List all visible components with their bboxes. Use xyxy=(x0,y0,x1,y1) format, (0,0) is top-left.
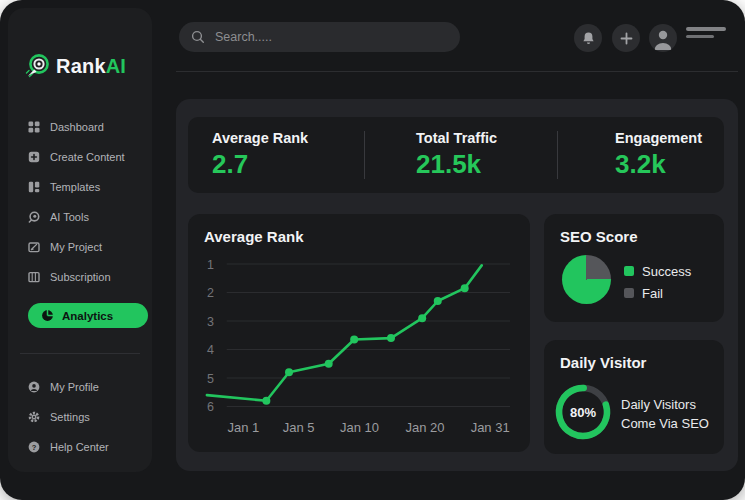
brand-logo: RankAI xyxy=(8,8,152,80)
header-divider xyxy=(176,71,738,72)
svg-text:3: 3 xyxy=(207,315,214,329)
stat-value: 21.5k xyxy=(416,149,557,180)
sidebar: RankAI Dashboard Create Content xyxy=(8,8,152,472)
stat-label: Average Rank xyxy=(212,130,364,146)
dashboard-icon xyxy=(28,121,40,133)
profile-button[interactable] xyxy=(649,24,677,52)
stat-value: 2.7 xyxy=(212,149,364,180)
stat-divider xyxy=(364,131,365,179)
legend-item-fail: Fail xyxy=(624,282,691,304)
sidebar-item-dashboard[interactable]: Dashboard xyxy=(8,112,152,142)
profile-icon xyxy=(28,381,40,393)
gear-icon xyxy=(28,411,40,423)
svg-text:5: 5 xyxy=(207,372,214,386)
subscription-icon xyxy=(28,271,40,283)
average-rank-line-chart: 123456Jan 1Jan 5Jan 10Jan 20Jan 31 xyxy=(188,214,530,452)
analytics-icon xyxy=(41,309,54,322)
donut-percentage: 80% xyxy=(553,382,613,442)
svg-text:Jan 1: Jan 1 xyxy=(228,420,260,435)
sidebar-item-my-project[interactable]: My Project xyxy=(8,232,152,262)
search-bar[interactable] xyxy=(179,22,460,52)
brand-name: RankAI xyxy=(56,55,126,78)
seo-legend: Success Fail xyxy=(624,260,691,304)
sidebar-item-ai-tools[interactable]: AI Tools xyxy=(8,202,152,232)
app-window: RankAI Dashboard Create Content xyxy=(0,0,745,500)
sidebar-item-templates[interactable]: Templates xyxy=(8,172,152,202)
stat-engagement: Engagement 3.2k xyxy=(557,117,724,193)
daily-visitor-card: Daily Visitor 80% Daily Visitors Come Vi… xyxy=(544,340,724,454)
plus-icon xyxy=(619,31,634,46)
svg-text:6: 6 xyxy=(207,400,214,414)
help-icon: ? xyxy=(28,441,40,453)
sidebar-divider xyxy=(20,353,140,354)
main-panel: Average Rank 2.7 Total Traffic 21.5k Eng… xyxy=(176,99,738,471)
rankai-logo-icon xyxy=(24,52,52,80)
menu-button[interactable] xyxy=(686,27,726,38)
daily-visitor-caption: Daily Visitors Come Via SEO xyxy=(621,395,709,433)
legend-item-success: Success xyxy=(624,260,691,282)
create-content-icon xyxy=(28,151,40,163)
svg-text:2: 2 xyxy=(207,286,214,300)
success-swatch xyxy=(624,266,634,276)
stat-label: Engagement xyxy=(615,130,724,146)
seo-score-card: SEO Score Success Fail xyxy=(544,214,724,322)
svg-text:Jan 31: Jan 31 xyxy=(471,420,510,435)
svg-text:?: ? xyxy=(32,443,37,452)
ai-tools-icon xyxy=(28,211,40,223)
sidebar-item-settings[interactable]: Settings xyxy=(8,402,152,432)
sidebar-item-create-content[interactable]: Create Content xyxy=(8,142,152,172)
average-rank-chart-card: Average Rank 123456Jan 1Jan 5Jan 10Jan 2… xyxy=(188,214,530,452)
my-project-icon xyxy=(28,241,40,253)
seo-card-title: SEO Score xyxy=(560,228,638,245)
sidebar-item-help-center[interactable]: ? Help Center xyxy=(8,432,152,462)
svg-text:4: 4 xyxy=(207,343,214,357)
sidebar-item-analytics[interactable]: Analytics xyxy=(28,303,148,328)
svg-text:Jan 5: Jan 5 xyxy=(283,420,315,435)
sidebar-nav: Dashboard Create Content Templates xyxy=(8,112,152,328)
stat-divider xyxy=(557,131,558,179)
sidebar-item-subscription[interactable]: Subscription xyxy=(8,262,152,292)
fail-swatch xyxy=(624,288,634,298)
stat-value: 3.2k xyxy=(615,149,724,180)
sidebar-item-my-profile[interactable]: My Profile xyxy=(8,372,152,402)
daily-visitor-donut: 80% xyxy=(553,382,613,442)
stat-total-traffic: Total Traffic 21.5k xyxy=(364,117,557,193)
svg-text:Jan 10: Jan 10 xyxy=(340,420,379,435)
stat-average-rank: Average Rank 2.7 xyxy=(188,117,364,193)
stats-card: Average Rank 2.7 Total Traffic 21.5k Eng… xyxy=(188,117,724,193)
search-input[interactable] xyxy=(213,29,448,45)
menu-icon xyxy=(686,27,726,31)
seo-pie-chart xyxy=(562,255,611,304)
svg-text:Jan 20: Jan 20 xyxy=(405,420,444,435)
avatar-icon xyxy=(649,24,677,52)
daily-card-title: Daily Visitor xyxy=(560,354,646,371)
search-icon xyxy=(191,30,205,44)
svg-text:1: 1 xyxy=(207,258,214,272)
add-button[interactable] xyxy=(612,24,640,52)
templates-icon xyxy=(28,181,40,193)
bell-icon xyxy=(581,31,596,46)
stat-label: Total Traffic xyxy=(416,130,557,146)
notifications-button[interactable] xyxy=(574,24,602,52)
sidebar-footer-nav: My Profile Settings ? Help Center xyxy=(8,372,152,462)
